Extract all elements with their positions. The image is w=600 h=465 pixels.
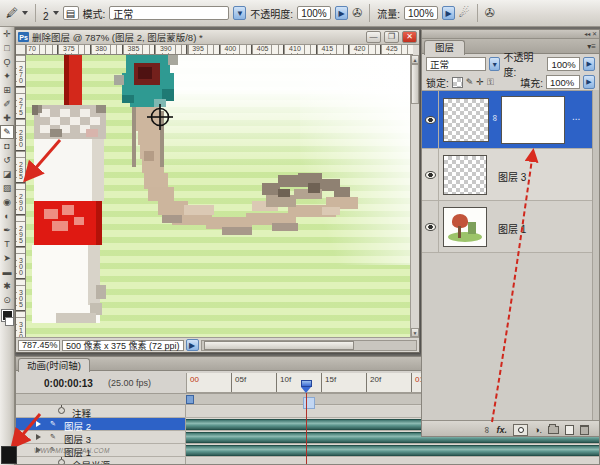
layers-scrollbar[interactable] bbox=[592, 90, 599, 420]
blend-mode-dropdown-icon[interactable]: ▼ bbox=[233, 6, 246, 20]
panel-dock-header[interactable]: ◂◂ ✕ bbox=[422, 30, 599, 39]
scroll-down-icon[interactable]: ▼ bbox=[411, 328, 419, 337]
brush-preset-caret-icon[interactable] bbox=[22, 11, 28, 15]
track-global-light[interactable]: 全局光源 bbox=[16, 457, 599, 465]
current-time[interactable]: 0:00:00:13 bbox=[44, 378, 93, 389]
move-tool-icon[interactable]: ✛ bbox=[0, 27, 14, 41]
stopwatch-icon[interactable] bbox=[58, 459, 65, 465]
mask-link-icon[interactable]: ∞ bbox=[490, 115, 500, 121]
blur-tool-icon[interactable]: ◉ bbox=[0, 195, 14, 209]
eye-icon[interactable] bbox=[425, 116, 436, 124]
hand-tool-icon[interactable]: ✱ bbox=[0, 279, 14, 293]
lasso-tool-icon[interactable]: Ǫ bbox=[0, 55, 14, 69]
adjustment-layer-icon[interactable]: ◑. bbox=[534, 425, 542, 435]
eraser-tool-icon[interactable]: ◪ bbox=[0, 167, 14, 181]
layer-row-layer-3[interactable]: 图层 3 bbox=[422, 149, 594, 201]
layer-thumbnail[interactable] bbox=[443, 98, 489, 142]
layer-1-track-lane[interactable] bbox=[186, 445, 599, 456]
layer-blend-mode-select[interactable]: 正常 bbox=[426, 57, 486, 71]
minimize-button[interactable]: — bbox=[366, 31, 381, 43]
eye-icon[interactable] bbox=[425, 171, 436, 179]
layer-row-layer-1[interactable]: 图层 1 bbox=[422, 201, 594, 253]
healing-brush-tool-icon[interactable]: ✚ bbox=[0, 111, 14, 125]
shape-tool-icon[interactable]: ▬ bbox=[0, 265, 14, 279]
path-selection-tool-icon[interactable]: ➤ bbox=[0, 251, 14, 265]
tab-animation-timeline[interactable]: 动画(时间轴) bbox=[18, 358, 90, 372]
time-tick-label: 00 bbox=[190, 375, 199, 384]
expand-triangle-icon[interactable] bbox=[36, 434, 41, 440]
layer-row-layer-2[interactable]: ∞ ... bbox=[422, 91, 594, 149]
blend-mode-select[interactable]: 正常 bbox=[109, 6, 229, 20]
scroll-up-icon[interactable]: ▲ bbox=[411, 55, 419, 64]
dodge-tool-icon[interactable]: ◐ bbox=[0, 209, 14, 223]
canvas[interactable] bbox=[26, 55, 410, 337]
layers-panel-footer: ∞ fx. ◑. bbox=[422, 420, 599, 437]
flow-input[interactable]: 100% bbox=[404, 6, 438, 20]
h-ruler-label: 390 bbox=[159, 45, 173, 53]
add-layer-mask-button[interactable] bbox=[513, 424, 528, 436]
gradient-tool-icon[interactable]: ▨ bbox=[0, 181, 14, 195]
scroll-thumb[interactable] bbox=[411, 64, 419, 104]
brush-size-caret-icon[interactable] bbox=[53, 11, 59, 15]
lock-pixels-icon[interactable]: ✎ bbox=[466, 77, 474, 87]
flow-slider-icon[interactable]: ▶ bbox=[442, 6, 455, 20]
h-ruler-label: 375 bbox=[62, 45, 76, 53]
delete-layer-icon[interactable] bbox=[580, 425, 589, 435]
fill-value: 100% bbox=[550, 77, 574, 88]
background-color-swatch[interactable] bbox=[5, 317, 14, 326]
airbrush-icon[interactable]: ✇ bbox=[352, 7, 362, 19]
tab-layers[interactable]: 图层 bbox=[424, 40, 465, 55]
work-area-start-marker[interactable] bbox=[186, 395, 194, 404]
opacity-input[interactable]: 100% bbox=[297, 6, 331, 20]
layer-opacity-slider-icon[interactable]: ▶ bbox=[583, 57, 595, 71]
new-group-icon[interactable] bbox=[548, 426, 559, 434]
fill-input[interactable]: 100% bbox=[546, 75, 580, 89]
layer-blend-dropdown-icon[interactable]: ▼ bbox=[489, 57, 501, 71]
playhead[interactable] bbox=[301, 380, 312, 393]
layer-thumbnail[interactable] bbox=[443, 207, 487, 247]
toggle-brushes-palette-button[interactable]: ▤ bbox=[63, 6, 79, 20]
status-menu-icon[interactable]: ▶ bbox=[186, 339, 199, 351]
zoom-level-input[interactable]: 787.45% bbox=[18, 340, 60, 351]
horizontal-scroll-thumb[interactable] bbox=[204, 341, 354, 350]
zoom-tool-icon[interactable]: ⊙ bbox=[0, 293, 14, 307]
fill-slider-icon[interactable]: ▶ bbox=[583, 75, 595, 89]
lock-position-icon[interactable]: ✛ bbox=[476, 77, 484, 87]
watermark-text: WWW.MISSYUAN.COM bbox=[34, 447, 110, 454]
lock-transparency-icon[interactable] bbox=[452, 77, 463, 88]
global-light-track-lane[interactable] bbox=[186, 458, 599, 465]
new-layer-icon[interactable] bbox=[565, 425, 574, 435]
crop-tool-icon[interactable]: ⊞ bbox=[0, 83, 14, 97]
quick-selection-tool-icon[interactable]: ✦ bbox=[0, 69, 14, 83]
lock-all-icon[interactable]: ⚿ bbox=[487, 77, 494, 87]
layer-thumbnail[interactable] bbox=[443, 155, 487, 195]
document-title: 删除图层 @ 787% (图层 2, 图层蒙版/8) * bbox=[32, 30, 363, 44]
brush-size-preview[interactable]: ·2 bbox=[43, 5, 49, 21]
eye-icon[interactable] bbox=[425, 223, 436, 231]
airbrush-toggle-icon[interactable]: ☄ bbox=[459, 7, 470, 19]
marquee-tool-icon[interactable]: □ bbox=[0, 41, 14, 55]
link-layers-icon[interactable]: ∞ bbox=[482, 426, 492, 432]
layer-style-icon[interactable]: fx. bbox=[497, 425, 508, 435]
brush-palette-icon[interactable]: ✇ bbox=[485, 7, 495, 19]
horizontal-scrollbar[interactable] bbox=[201, 340, 417, 351]
stopwatch-icon[interactable] bbox=[58, 407, 65, 414]
maximize-button[interactable]: ❐ bbox=[384, 31, 399, 43]
brush-preset-icon[interactable]: 🖉 bbox=[6, 7, 18, 19]
layer-mask-thumbnail[interactable] bbox=[501, 96, 565, 144]
document-titlebar[interactable]: Ps 删除图层 @ 787% (图层 2, 图层蒙版/8) * — ❐ ✕ bbox=[16, 30, 419, 45]
type-tool-icon[interactable]: T bbox=[0, 237, 14, 251]
flow-label: 流量: bbox=[377, 6, 400, 21]
eyedropper-tool-icon[interactable]: ✐ bbox=[0, 97, 14, 111]
layer-opacity-value: 100% bbox=[551, 59, 575, 70]
pen-tool-icon[interactable]: ✒ bbox=[0, 223, 14, 237]
clone-stamp-tool-icon[interactable]: ◘ bbox=[0, 139, 14, 153]
brush-tool-icon[interactable]: ✎ bbox=[0, 125, 14, 139]
close-button[interactable]: ✕ bbox=[402, 31, 417, 43]
expand-triangle-icon[interactable] bbox=[36, 421, 41, 427]
panel-menu-icon[interactable]: ▾≡ bbox=[587, 42, 596, 51]
history-brush-tool-icon[interactable]: ↺ bbox=[0, 153, 14, 167]
vertical-scrollbar[interactable]: ▲ ▼ bbox=[410, 55, 419, 337]
opacity-slider-icon[interactable]: ▶ bbox=[335, 6, 348, 20]
layer-opacity-input[interactable]: 100% bbox=[547, 57, 580, 71]
